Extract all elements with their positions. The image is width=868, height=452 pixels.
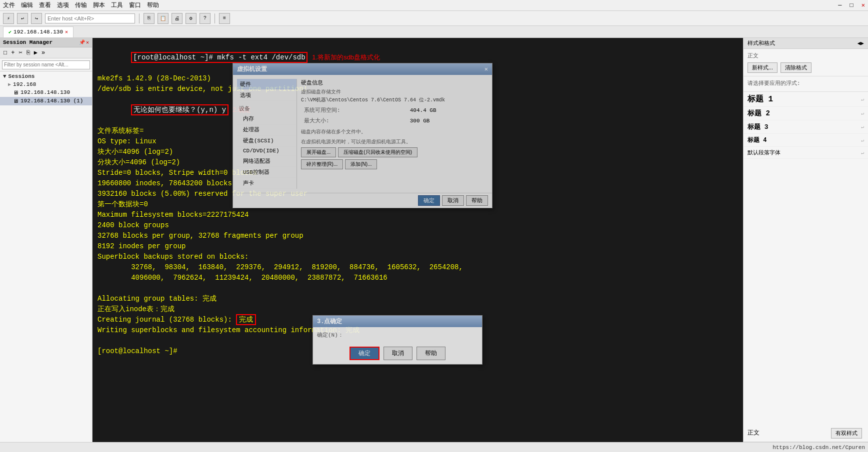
settings-btn[interactable]: ⚙ [186,13,196,24]
sidebar-toolbar: □ + ✂ ⎘ ▶ » [0,47,92,58]
sidebar-new-btn[interactable]: □ [2,49,8,57]
current-style-value: 正文 [748,53,758,59]
sidebar-item-192168[interactable]: ▶ 192.168 [0,80,92,88]
disconnect-btn[interactable]: ↪ [31,13,42,24]
menu-options[interactable]: 选项 [57,1,69,9]
terminal-wrapper: [root@localhost ~]# mkfs -t ext4 /dev/sd… [92,38,743,442]
tab-bar: ✔ 192.168.148.130 ✕ [0,26,868,38]
sidebar-search [0,58,92,71]
sidebar-item-130[interactable]: 🖥 192.168.148.130 [0,88,92,97]
terminal-line-writing: Writing superblocks and filesystem accou… [98,325,738,336]
style-h2-label: 标题 2 [748,109,770,118]
right-panel-spacer [744,159,868,424]
terminal-line-10: 19660800 inodes, 78643200 blocks [98,178,738,189]
sidebar-item-label: 192.168.148.130 (1) [20,98,83,104]
sidebar-search-input[interactable] [2,60,90,69]
sidebar-pin-icon[interactable]: 📌 [79,39,85,45]
tab-close-btn[interactable]: ✕ [65,29,68,35]
copy-btn[interactable]: ⎘ [144,13,154,24]
menu-script[interactable]: 脚本 [93,1,105,9]
menu-edit[interactable]: 编辑 [21,1,33,9]
normal-style-section: 正文 新样式... 清除格式 [744,49,868,76]
clear-format-btn[interactable]: 清除格式 [780,62,812,73]
menu-window[interactable]: 窗口 [129,1,141,9]
terminal-line-12: 第一个数据块=0 [98,199,738,210]
prompt-highlight-box: 无论如何也要继续？(y,n) y [131,104,228,115]
terminal-line-18: 32768, 98304, 163840, 229376, 294912, 81… [98,262,738,273]
menu-help[interactable]: 帮助 [147,1,159,9]
sidebar-add-btn[interactable]: + [10,49,16,57]
sftp-btn[interactable]: ≡ [219,13,230,24]
status-right: https://blog.csdn.net/Cpuren [772,445,865,451]
new-style-btn[interactable]: 新样式... [748,62,778,73]
terminal-line-5: 文件系统标签= [98,126,738,136]
sidebar-close-icon[interactable]: ✕ [86,39,89,45]
sidebar-tree: ▼ Sessions ▶ 192.168 🖥 192.168.148.130 🖥… [0,71,92,443]
style-h3-label: 标题 3 [748,122,768,131]
right-panel-title: 样式和格式 [748,39,775,47]
style-item-default[interactable]: 默认段落字体 ↵ [744,147,868,159]
style-default-label: 默认段落字体 [748,149,780,156]
terminal-line-blank2 [98,336,738,346]
menu-transfer[interactable]: 传输 [75,1,87,9]
terminal-line-17: Superblock backups stored on blocks: [98,252,738,262]
sidebar-cut-btn[interactable]: ✂ [17,48,24,57]
menu-file[interactable]: 文件 [3,1,15,9]
style-item-h3[interactable]: 标题 3 ↵ [744,120,868,134]
menu-view[interactable]: 查看 [39,1,51,9]
window-close-btn[interactable]: ✕ [862,1,865,9]
right-panel-bottom-label: 正文 [748,429,760,437]
host-input[interactable] [45,13,135,23]
status-bar: https://blog.csdn.net/Cpuren [0,442,868,452]
terminal-line-8: 分块大小=4096 (log=2) [98,157,738,168]
window-min-btn[interactable]: ─ [838,2,842,9]
sessions-collapse-icon[interactable]: ▼ [3,73,6,79]
style-item-h2[interactable]: 标题 2 ↵ [744,107,868,120]
new-session-btn[interactable]: ⚡ [3,13,14,24]
session-tab-130[interactable]: ✔ 192.168.148.130 ✕ [3,26,74,37]
style-h1-label: 标题 1 [748,94,773,104]
right-panel: 样式和格式 ◀▶ 正文 新样式... 清除格式 请选择要应用的浮式: 标题 1 … [743,38,868,442]
dual-style-btn[interactable]: 有双样式 [831,428,862,439]
style-h2-arrow: ↵ [861,110,864,116]
style-h3-arrow: ↵ [861,124,864,130]
style-item-h4[interactable]: 标题 4 ↵ [744,134,868,147]
command-highlight-box: [root@localhost ~]# mkfs -t ext4 /dev/sd… [131,52,307,63]
sidebar-header: Session Manager 📌 ✕ [0,38,92,47]
style-h4-arrow: ↵ [861,137,864,143]
sidebar-sessions-label: ▼ Sessions [0,72,92,80]
terminal-line-13: Maximum filesystem blocks=2227175424 [98,210,738,220]
sidebar-item-label: 192.168.148.130 [20,89,70,95]
print-btn[interactable]: 🖨 [172,13,182,24]
sidebar-title: Session Manager [3,39,52,45]
sidebar-copy-btn[interactable]: ⎘ [25,49,32,57]
connection-indicator: ✔ [8,29,12,35]
sidebar-paste-btn[interactable]: ▶ [32,48,39,57]
terminal-line-14: 2400 block groups [98,220,738,231]
apply-style-label: 请选择要应用的浮式: [748,79,864,87]
sidebar-more-btn[interactable]: » [40,49,46,57]
main-toolbar: ⚡ ↩ ↪ ⎘ 📋 🖨 ⚙ ? ≡ [0,11,868,26]
window-max-btn[interactable]: □ [850,2,854,9]
right-panel-footer: 正文 有双样式 [744,424,868,442]
sidebar-item-label: 192.168 [13,81,36,87]
right-panel-collapse-icon[interactable]: ◀▶ [858,40,864,46]
terminal-line-blank1 [98,283,738,294]
journal-complete-highlight: 完成 [236,314,256,325]
session-tab-label: 192.168.148.130 [14,29,63,35]
terminal-line-15: 32768 blocks per group, 32768 fragments … [98,231,738,241]
style-item-h1[interactable]: 标题 1 ↵ [744,92,868,107]
toolbar-separator [139,13,140,23]
sidebar-item-130-1[interactable]: 🖥 192.168.148.130 (1) [0,97,92,105]
current-style-label: 正文 [748,52,864,59]
menu-tools[interactable]: 工具 [111,1,123,9]
sidebar-header-icons: 📌 ✕ [79,39,89,45]
paste-btn[interactable]: 📋 [158,13,168,24]
reconnect-btn[interactable]: ↩ [17,13,28,24]
style-h1-arrow: ↵ [861,96,864,102]
terminal-line-inode: 正在写入inode表：完成 [98,304,738,315]
style-default-arrow: ↵ [861,150,864,156]
help-btn[interactable]: ? [200,13,210,24]
terminal-line-3: /dev/sdb is entire device, not just one … [98,84,738,94]
terminal-area[interactable]: [root@localhost ~]# mkfs -t ext4 /dev/sd… [92,38,743,442]
